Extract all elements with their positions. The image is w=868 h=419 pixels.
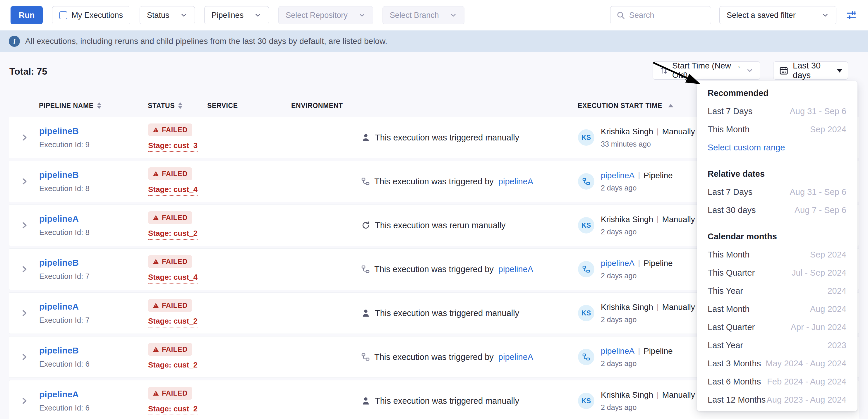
starter-pipeline-link[interactable]: pipelineA xyxy=(601,347,634,356)
column-header-status[interactable]: STATUS xyxy=(148,102,207,110)
status-label: FAILED xyxy=(162,126,188,134)
warning-icon xyxy=(153,390,159,396)
status-badge: FAILED xyxy=(148,299,192,312)
pipeline-name-cell: pipelineB Execution Id: 9 xyxy=(39,126,148,149)
pipeline-name-link[interactable]: pipelineA xyxy=(39,214,148,224)
my-executions-toggle[interactable]: My Executions xyxy=(52,6,130,24)
status-cell: FAILED Stage: cust_4 xyxy=(148,167,208,196)
execution-id: Execution Id: 6 xyxy=(39,360,148,369)
pipeline-name-link[interactable]: pipelineA xyxy=(39,389,148,399)
pipeline-name-link[interactable]: pipelineB xyxy=(39,126,148,136)
date-range-menu: Recommended Last 7 Days Aug 31 - Sep 6 T… xyxy=(697,81,858,411)
menu-section-heading: Recommended xyxy=(708,84,846,102)
date-menu-item-label: Last Quarter xyxy=(708,322,755,332)
date-menu-item[interactable]: Last Year 2023 xyxy=(708,336,846,354)
status-label: FAILED xyxy=(162,301,188,310)
run-button[interactable]: Run xyxy=(10,6,43,24)
pipeline-name-link[interactable]: pipelineA xyxy=(39,302,148,312)
date-menu-item-range: 2024 xyxy=(827,286,846,296)
trigger-cell: This execution was triggered by pipeline… xyxy=(362,352,578,362)
execution-id: Execution Id: 9 xyxy=(39,140,148,149)
date-menu-item[interactable]: Last 12 Months Aug 2023 - Aug 2024 xyxy=(708,391,846,409)
expand-row-button[interactable] xyxy=(9,265,39,273)
time-ago: 33 minutes ago xyxy=(601,140,695,148)
expand-row-button[interactable] xyxy=(9,177,39,186)
pipeline-name-link[interactable]: pipelineB xyxy=(39,346,148,355)
expand-row-button[interactable] xyxy=(9,353,39,361)
failed-stage-link[interactable]: Stage: cust_4 xyxy=(148,185,197,196)
date-menu-sections: Recommended Last 7 Days Aug 31 - Sep 6 T… xyxy=(708,84,846,409)
failed-stage-link[interactable]: Stage: cust_2 xyxy=(148,229,197,239)
failed-stage-link[interactable]: Stage: cust_2 xyxy=(148,405,197,415)
column-header-environment: ENVIRONMENT xyxy=(291,102,361,110)
separator: | xyxy=(638,259,640,268)
trigger-text: This execution was triggered manually xyxy=(375,309,519,318)
select-branch-dropdown[interactable]: Select Branch xyxy=(382,6,464,24)
date-menu-item[interactable]: Last 30 days Aug 7 - Sep 6 xyxy=(708,201,846,219)
pipelines-dropdown[interactable]: Pipelines xyxy=(204,6,269,24)
trigger-pipeline-link[interactable]: pipelineA xyxy=(498,264,533,274)
expand-row-button[interactable] xyxy=(9,133,39,142)
filter-settings-button[interactable] xyxy=(845,9,858,21)
menu-section: Relative dates Last 7 Days Aug 31 - Sep … xyxy=(708,165,846,219)
date-menu-item[interactable]: Last 6 Months Feb 2024 - Aug 2024 xyxy=(708,373,846,391)
time-ago: 2 days ago xyxy=(601,315,695,324)
trigger-pipeline-link[interactable]: pipelineA xyxy=(498,352,533,362)
expand-row-button[interactable] xyxy=(9,221,39,230)
menu-items: This Month Sep 2024 This Quarter Jul - S… xyxy=(708,246,846,409)
start-info: pipelineA | Pipeline 2 days ago xyxy=(601,259,673,280)
date-menu-item-range: Sep 2024 xyxy=(810,250,846,260)
select-branch-label: Select Branch xyxy=(390,11,439,20)
trigger-pipeline-link[interactable]: pipelineA xyxy=(498,177,533,186)
failed-stage-link[interactable]: Stage: cust_3 xyxy=(148,141,197,152)
date-menu-item[interactable]: Select custom range xyxy=(708,138,846,157)
date-menu-item[interactable]: This Month Sep 2024 xyxy=(708,246,846,264)
time-ago: 2 days ago xyxy=(601,403,695,412)
failed-stage-link[interactable]: Stage: cust_2 xyxy=(148,360,197,371)
date-menu-item-range: May 2024 - Aug 2024 xyxy=(766,359,846,368)
date-menu-item[interactable]: This Month Sep 2024 xyxy=(708,120,846,138)
pipeline-name-cell: pipelineB Execution Id: 8 xyxy=(39,170,148,193)
date-menu-item[interactable]: This Quarter Jul - Sep 2024 xyxy=(708,264,846,282)
date-menu-item[interactable]: Last Month Aug 2024 xyxy=(708,300,846,318)
date-menu-item[interactable]: Last 3 Months May 2024 - Aug 2024 xyxy=(708,354,846,373)
trigger-mode: Manually xyxy=(662,215,695,224)
select-repository-dropdown[interactable]: Select Repository xyxy=(278,6,373,24)
chevron-down-icon xyxy=(746,67,753,74)
status-cell: FAILED Stage: cust_2 xyxy=(148,343,208,371)
date-menu-item[interactable]: Last 7 Days Aug 31 - Sep 6 xyxy=(708,183,846,201)
failed-stage-link[interactable]: Stage: cust_4 xyxy=(148,273,197,284)
date-range-button[interactable]: Last 30 days xyxy=(773,61,848,79)
sort-dropdown[interactable]: Start Time (New → Old) xyxy=(653,61,760,79)
saved-filter-dropdown[interactable]: Select a saved filter xyxy=(719,6,836,24)
status-cell: FAILED Stage: cust_3 xyxy=(148,124,208,152)
status-label: FAILED xyxy=(162,257,188,266)
search-input[interactable] xyxy=(629,11,705,20)
trigger-text: This execution was triggered manually xyxy=(375,396,519,406)
trigger-mode: Pipeline xyxy=(644,259,673,268)
info-banner: i All executions, including reruns and c… xyxy=(0,30,868,52)
starter-pipeline-link[interactable]: pipelineA xyxy=(601,171,634,180)
top-toolbar: Run My Executions Status Pipelines Selec… xyxy=(0,0,868,30)
user-avatar: KS xyxy=(578,305,594,321)
warning-icon xyxy=(153,171,159,176)
expand-row-button[interactable] xyxy=(9,309,39,318)
my-executions-checkbox[interactable] xyxy=(59,11,67,19)
status-dropdown-label: Status xyxy=(147,11,169,20)
starter-pipeline-link[interactable]: pipelineA xyxy=(601,259,634,268)
date-menu-item[interactable]: Last Quarter Apr - Jun 2024 xyxy=(708,318,846,336)
date-menu-item[interactable]: This Year 2024 xyxy=(708,282,846,300)
status-dropdown[interactable]: Status xyxy=(140,6,195,24)
pipeline-name-link[interactable]: pipelineB xyxy=(39,170,148,180)
sliders-icon xyxy=(845,9,858,21)
search-box[interactable] xyxy=(610,6,711,24)
warning-icon xyxy=(153,259,159,264)
failed-stage-link[interactable]: Stage: cust_2 xyxy=(148,317,197,327)
date-menu-item[interactable]: Last 7 Days Aug 31 - Sep 6 xyxy=(708,102,846,120)
column-header-pipeline-name[interactable]: PIPELINE NAME xyxy=(39,102,148,110)
chevron-down-icon xyxy=(358,11,366,19)
status-label: FAILED xyxy=(162,170,188,178)
pipeline-name-link[interactable]: pipelineB xyxy=(39,258,148,268)
expand-row-button[interactable] xyxy=(9,396,39,405)
status-badge: FAILED xyxy=(148,211,192,224)
